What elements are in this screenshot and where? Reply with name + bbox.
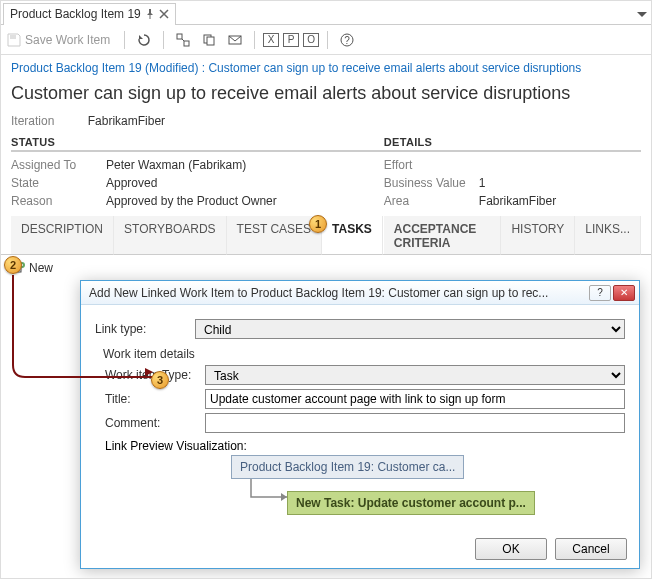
tab-tasks[interactable]: TASKS — [322, 216, 383, 255]
tab-history[interactable]: HISTORY — [501, 216, 575, 255]
dialog-help-button[interactable]: ? — [589, 285, 611, 301]
comment-label: Comment: — [105, 416, 205, 430]
copy-icon[interactable] — [198, 29, 220, 51]
svg-text:?: ? — [344, 35, 350, 46]
group-label: Work item details — [103, 347, 625, 361]
add-linked-item-dialog: Add New Linked Work Item to Product Back… — [80, 280, 640, 569]
callout-3: 3 — [151, 371, 169, 389]
tab-storyboards[interactable]: STORYBOARDS — [114, 216, 227, 255]
cancel-button[interactable]: Cancel — [555, 538, 627, 560]
help-icon[interactable]: ? — [336, 29, 358, 51]
comment-input[interactable] — [205, 413, 625, 433]
document-tab[interactable]: Product Backlog Item 19 — [3, 3, 176, 25]
tab-acceptance[interactable]: ACCEPTANCE CRITERIA — [384, 216, 502, 255]
separator — [254, 31, 255, 49]
preview-label: Link Preview Visualization: — [105, 439, 625, 453]
bvalue-value[interactable]: 1 — [479, 176, 486, 190]
toolbar: Save Work Item X P O ? — [1, 25, 651, 55]
separator — [163, 31, 164, 49]
iteration-label: Iteration — [11, 114, 54, 128]
new-linked-item-button[interactable]: New — [11, 261, 641, 275]
svg-rect-4 — [207, 37, 214, 45]
svg-rect-1 — [177, 34, 182, 39]
svg-rect-2 — [184, 41, 189, 46]
state-value[interactable]: Approved — [106, 176, 157, 190]
pin-icon[interactable] — [145, 9, 155, 19]
separator — [124, 31, 125, 49]
bvalue-label: Business Value — [384, 176, 479, 190]
save-label: Save Work Item — [25, 33, 110, 47]
link-type-select[interactable]: Child — [195, 319, 625, 339]
tab-description[interactable]: DESCRIPTION — [11, 216, 114, 255]
work-item-type-select[interactable]: Task — [205, 365, 625, 385]
close-icon[interactable] — [159, 9, 169, 19]
boxed-o-icon[interactable]: O — [303, 33, 319, 47]
details-heading: DETAILS — [384, 136, 641, 152]
assigned-to-label: Assigned To — [11, 158, 106, 172]
refresh-icon[interactable] — [133, 29, 155, 51]
boxed-p-icon[interactable]: P — [283, 33, 299, 47]
title-label: Title: — [105, 392, 205, 406]
assigned-to-value[interactable]: Peter Waxman (Fabrikam) — [106, 158, 246, 172]
tab-title: Product Backlog Item 19 — [10, 7, 141, 21]
ok-button[interactable]: OK — [475, 538, 547, 560]
reason-label: Reason — [11, 194, 106, 208]
preview-parent: Product Backlog Item 19: Customer ca... — [231, 455, 464, 479]
iteration-row: Iteration FabrikamFiber — [1, 114, 651, 136]
link-preview: Product Backlog Item 19: Customer ca... … — [195, 455, 625, 525]
title-input[interactable] — [205, 389, 625, 409]
boxed-x-icon[interactable]: X — [263, 33, 279, 47]
state-label: State — [11, 176, 106, 190]
status-heading: STATUS — [11, 136, 384, 152]
tab-test-cases[interactable]: TEST CASES — [227, 216, 322, 255]
svg-rect-0 — [10, 35, 16, 39]
tab-links[interactable]: LINKS... — [575, 216, 641, 255]
dialog-close-button[interactable]: ✕ — [613, 285, 635, 301]
iteration-value[interactable]: FabrikamFiber — [88, 114, 165, 128]
save-button[interactable]: Save Work Item — [7, 33, 116, 47]
link-type-label: Link type: — [95, 322, 195, 336]
preview-child: New Task: Update customer account p... — [287, 491, 535, 515]
dialog-title: Add New Linked Work Item to Product Back… — [89, 286, 548, 300]
callout-2: 2 — [4, 256, 22, 274]
new-label: New — [29, 261, 53, 275]
link-work-item-icon[interactable] — [172, 29, 194, 51]
chevron-down-icon[interactable] — [637, 4, 647, 22]
area-label: Area — [384, 194, 479, 208]
email-icon[interactable] — [224, 29, 246, 51]
breadcrumb[interactable]: Product Backlog Item 19 (Modified) : Cus… — [1, 55, 651, 79]
effort-label: Effort — [384, 158, 479, 172]
area-value[interactable]: FabrikamFiber — [479, 194, 556, 208]
separator — [327, 31, 328, 49]
reason-value[interactable]: Approved by the Product Owner — [106, 194, 277, 208]
page-title: Customer can sign up to receive email al… — [1, 79, 651, 114]
callout-1: 1 — [309, 215, 327, 233]
